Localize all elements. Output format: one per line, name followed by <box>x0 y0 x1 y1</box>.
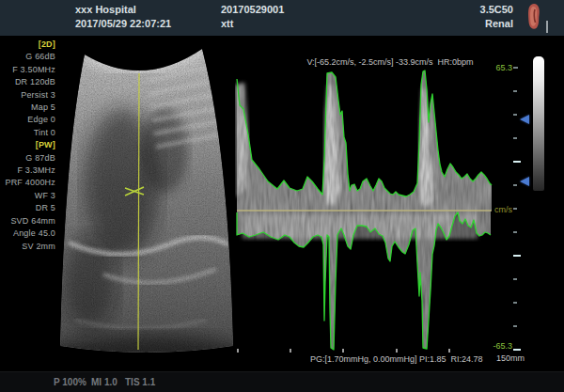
hospital-block: xxx Hospital 2017/05/29 22:07:21 <box>75 3 171 31</box>
probe-block: 3.5C50 Renal <box>480 3 513 31</box>
thermal-index: TIS 1.1 <box>125 377 155 387</box>
ultrasound-screen: xxx Hospital 2017/05/29 22:07:21 2017052… <box>0 0 564 392</box>
velocity-scale-min: -65.3 <box>473 341 512 351</box>
header-bar: xxx Hospital 2017/05/29 22:07:21 2017052… <box>0 0 564 36</box>
exam-datetime: 2017/05/29 22:07:21 <box>75 17 171 31</box>
operator-name: xtt <box>221 17 284 31</box>
probe-model: 3.5C50 <box>480 3 513 17</box>
param-pw-dynamic-range[interactable]: DR 5 <box>0 202 55 214</box>
kidney-body-marker-icon <box>525 2 542 32</box>
param-2d-frequency[interactable]: F 3.50MHz <box>0 64 55 76</box>
param-tint[interactable]: Tint 0 <box>0 127 55 139</box>
exam-id: 20170529001 <box>221 3 284 17</box>
pressure-gradient-readout: PG:[1.70mmHg, 0.00mmHg] PI:1.85 RI:24.78 <box>310 354 483 364</box>
grayscale-bar <box>533 56 544 191</box>
param-angle[interactable]: Angle 45.0 <box>0 227 55 240</box>
probe-orientation-mark-icon <box>546 21 548 33</box>
param-prf[interactable]: PRF 4000Hz <box>0 177 55 189</box>
parameter-sidebar: [2D] G 66dB F 3.50MHz DR 120dB Persist 3… <box>0 39 55 253</box>
param-persist[interactable]: Persist 3 <box>0 89 55 102</box>
param-sample-volume[interactable]: SV 2mm <box>0 241 55 253</box>
exam-preset: Renal <box>480 17 513 31</box>
param-pw-frequency[interactable]: F 3.3MHz <box>0 165 55 177</box>
spectral-doppler-display <box>235 56 513 355</box>
status-bar: P 100% MI 1.0 TIS 1.1 <box>0 371 564 392</box>
sidebar-section-2d[interactable]: [2D] <box>0 39 55 51</box>
time-axis-ticks <box>238 349 449 353</box>
acoustic-power: P 100% <box>54 377 86 387</box>
patient-block: 20170529001 xtt <box>221 3 284 31</box>
param-2d-dynamic-range[interactable]: DR 120dB <box>0 76 55 88</box>
param-edge[interactable]: Edge 0 <box>0 114 55 126</box>
hospital-name: xxx Hospital <box>75 3 171 17</box>
param-2d-gain[interactable]: G 66dB <box>0 51 55 63</box>
mechanical-index: MI 1.0 <box>91 377 118 387</box>
velocity-scale-unit: cm/s <box>473 205 512 214</box>
param-svd-depth[interactable]: SVD 64mm <box>0 215 55 227</box>
focus-marker-icon[interactable] <box>520 177 529 186</box>
param-map[interactable]: Map 5 <box>0 102 55 114</box>
b-mode-image <box>52 38 244 367</box>
focus-marker-icon[interactable] <box>520 115 529 124</box>
param-pw-gain[interactable]: G 87dB <box>0 152 55 165</box>
depth-label: 150mm <box>496 353 525 363</box>
velocity-scale-max: 65.3 <box>473 63 512 72</box>
sidebar-section-pw[interactable]: [PW] <box>0 139 55 151</box>
param-wall-filter[interactable]: WF 3 <box>0 190 55 202</box>
depth-ruler <box>512 66 525 355</box>
